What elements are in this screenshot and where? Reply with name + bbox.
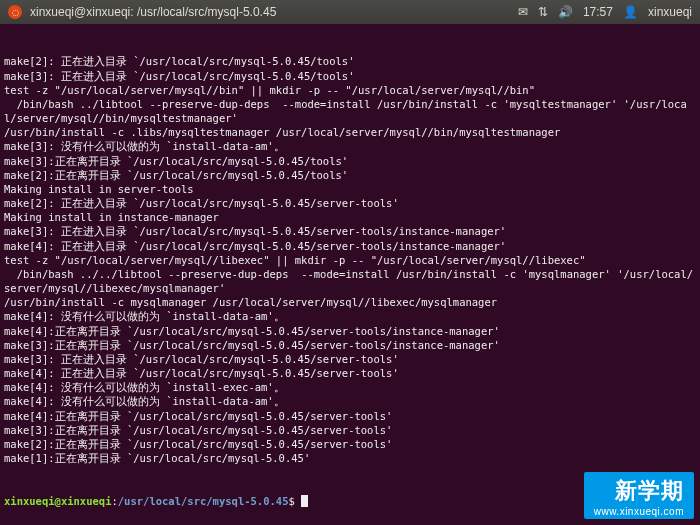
terminal-line: make[3]: 正在进入目录 `/usr/local/src/mysql-5.… bbox=[4, 224, 696, 238]
terminal-line: make[4]:正在离开目录 `/usr/local/src/mysql-5.0… bbox=[4, 409, 696, 423]
terminal-line: make[4]: 没有什么可以做的为 `install-exec-am'。 bbox=[4, 380, 696, 394]
menubar-left: ◌ xinxueqi@xinxueqi: /usr/local/src/mysq… bbox=[8, 5, 276, 19]
terminal-line: make[3]:正在离开目录 `/usr/local/src/mysql-5.0… bbox=[4, 154, 696, 168]
watermark: 新学期 www.xinxueqi.com bbox=[584, 472, 694, 519]
terminal-output: make[2]: 正在进入目录 `/usr/local/src/mysql-5.… bbox=[4, 54, 696, 465]
watermark-url: www.xinxueqi.com bbox=[594, 506, 684, 517]
terminal-line: make[4]:正在离开目录 `/usr/local/src/mysql-5.0… bbox=[4, 324, 696, 338]
terminal-line: make[4]: 正在进入目录 `/usr/local/src/mysql-5.… bbox=[4, 366, 696, 380]
window-title: xinxueqi@xinxueqi: /usr/local/src/mysql-… bbox=[30, 5, 276, 19]
terminal-line: make[3]: 正在进入目录 `/usr/local/src/mysql-5.… bbox=[4, 69, 696, 83]
terminal-line: test -z "/usr/local/server/mysql//libexe… bbox=[4, 253, 696, 267]
ubuntu-logo-icon[interactable]: ◌ bbox=[8, 5, 22, 19]
terminal-line: make[2]: 正在进入目录 `/usr/local/src/mysql-5.… bbox=[4, 54, 696, 68]
terminal-line: make[2]:正在离开目录 `/usr/local/src/mysql-5.0… bbox=[4, 168, 696, 182]
prompt-user: xinxueqi@xinxueqi bbox=[4, 495, 111, 507]
title-sep: : bbox=[130, 5, 137, 19]
title-path: /usr/local/src/mysql-5.0.45 bbox=[137, 5, 276, 19]
terminal-line: test -z "/usr/local/server/mysql//bin" |… bbox=[4, 83, 696, 97]
terminal-line: /bin/bash ../libtool --preserve-dup-deps… bbox=[4, 97, 696, 125]
username-label[interactable]: xinxueqi bbox=[648, 5, 692, 19]
terminal-line: make[1]:正在离开目录 `/usr/local/src/mysql-5.0… bbox=[4, 451, 696, 465]
network-icon[interactable]: ⇅ bbox=[538, 5, 548, 19]
terminal-line: make[4]: 没有什么可以做的为 `install-data-am'。 bbox=[4, 309, 696, 323]
menubar-right: ✉ ⇅ 🔊 17:57 👤 xinxueqi bbox=[518, 5, 692, 19]
terminal-line: make[4]: 正在进入目录 `/usr/local/src/mysql-5.… bbox=[4, 239, 696, 253]
terminal-line: /usr/bin/install -c mysqlmanager /usr/lo… bbox=[4, 295, 696, 309]
terminal-line: make[3]: 正在进入目录 `/usr/local/src/mysql-5.… bbox=[4, 352, 696, 366]
top-menubar: ◌ xinxueqi@xinxueqi: /usr/local/src/mysq… bbox=[0, 0, 700, 24]
terminal-line: make[4]: 没有什么可以做的为 `install-data-am'。 bbox=[4, 394, 696, 408]
mail-icon[interactable]: ✉ bbox=[518, 5, 528, 19]
user-icon[interactable]: 👤 bbox=[623, 5, 638, 19]
prompt-dollar: $ bbox=[288, 495, 294, 507]
prompt-path: /usr/local/src/mysql-5.0.45 bbox=[118, 495, 289, 507]
terminal-line: Making install in instance-manager bbox=[4, 210, 696, 224]
terminal-line: /bin/bash ../../libtool --preserve-dup-d… bbox=[4, 267, 696, 295]
terminal-line: make[3]:正在离开目录 `/usr/local/src/mysql-5.0… bbox=[4, 338, 696, 352]
title-user: xinxueqi@xinxueqi bbox=[30, 5, 130, 19]
watermark-text: 新学期 bbox=[594, 476, 684, 506]
clock[interactable]: 17:57 bbox=[583, 5, 613, 19]
cursor-icon bbox=[301, 495, 308, 507]
terminal[interactable]: make[2]: 正在进入目录 `/usr/local/src/mysql-5.… bbox=[0, 24, 700, 525]
terminal-line: make[2]: 正在进入目录 `/usr/local/src/mysql-5.… bbox=[4, 196, 696, 210]
terminal-line: /usr/bin/install -c .libs/mysqltestmanag… bbox=[4, 125, 696, 139]
volume-icon[interactable]: 🔊 bbox=[558, 5, 573, 19]
terminal-line: make[3]: 没有什么可以做的为 `install-data-am'。 bbox=[4, 139, 696, 153]
terminal-line: make[3]:正在离开目录 `/usr/local/src/mysql-5.0… bbox=[4, 423, 696, 437]
terminal-line: Making install in server-tools bbox=[4, 182, 696, 196]
terminal-line: make[2]:正在离开目录 `/usr/local/src/mysql-5.0… bbox=[4, 437, 696, 451]
